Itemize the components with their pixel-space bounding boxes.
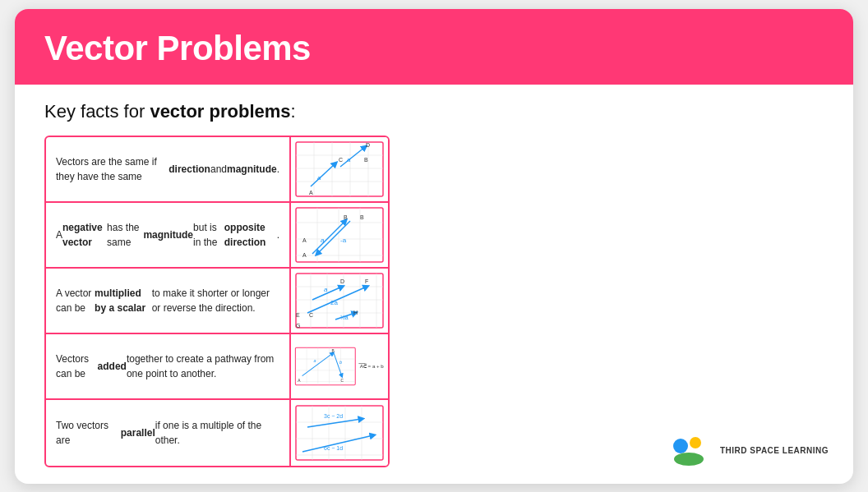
- subtitle-prefix: Key facts for: [44, 101, 150, 122]
- page-content: Key facts for vector problems: Vectors a…: [15, 85, 853, 484]
- fact-text-2: A negative vector has the same magnitude…: [46, 203, 289, 267]
- tsl-logo-icon: [671, 435, 712, 467]
- svg-text:a: a: [324, 286, 328, 293]
- svg-rect-16: [296, 208, 383, 262]
- fact-row-3: A vector can be multiplied by a scalar t…: [46, 269, 388, 334]
- svg-rect-52: [295, 347, 355, 384]
- svg-text:G: G: [296, 323, 300, 329]
- svg-text:A: A: [302, 237, 307, 243]
- svg-text:a: a: [317, 174, 321, 182]
- fact-diagram-2: a -a A A B B: [289, 203, 388, 267]
- svg-text:A: A: [309, 190, 313, 195]
- svg-text:C: C: [339, 157, 343, 163]
- addition-diagram: a b A B C AC⃗ =: [294, 338, 385, 395]
- svg-text:D: D: [340, 278, 344, 284]
- subtitle-suffix: :: [291, 101, 296, 122]
- facts-table: Vectors are the same if they have the sa…: [44, 136, 390, 467]
- subtitle-bold: vector problems: [150, 101, 290, 122]
- svg-text:H: H: [353, 310, 358, 315]
- fact-text-1: Vectors are the same if they have the sa…: [46, 137, 289, 201]
- fact-row-1: Vectors are the same if they have the sa…: [46, 137, 388, 203]
- svg-text:6c − 1d: 6c − 1d: [324, 445, 343, 451]
- svg-text:3c − 2d: 3c − 2d: [324, 413, 343, 419]
- svg-text:½a: ½a: [340, 315, 349, 320]
- svg-text:C: C: [309, 312, 313, 318]
- page-title: Vector Problems: [44, 29, 824, 68]
- fact-diagram-3: a 2a ½a C E G D F H: [289, 269, 388, 333]
- subtitle: Key facts for vector problems:: [44, 101, 824, 122]
- svg-text:B: B: [360, 214, 364, 220]
- fact-diagram-5: 3c − 2d 6c − 1d: [289, 400, 388, 466]
- same-vectors-diagram: a a A C B D: [294, 140, 385, 198]
- svg-text:a: a: [321, 237, 325, 244]
- svg-point-82: [690, 437, 701, 448]
- fact-row-2: A negative vector has the same magnitude…: [46, 203, 388, 269]
- svg-point-81: [673, 439, 688, 453]
- svg-text:B: B: [331, 348, 334, 352]
- svg-text:B: B: [364, 157, 368, 163]
- tsl-company-name: THIRD SPACE LEARNING: [720, 445, 829, 457]
- main-card: Vector Problems Key facts for vector pro…: [15, 9, 853, 484]
- svg-text:A: A: [302, 252, 307, 258]
- svg-text:B: B: [344, 214, 348, 220]
- branding: THIRD SPACE LEARNING: [671, 435, 829, 467]
- fact-diagram-1: a a A C B D: [289, 137, 388, 201]
- negative-vector-diagram: a -a A A B B: [294, 206, 385, 264]
- svg-text:2a: 2a: [330, 299, 338, 306]
- svg-text:AC⃗ = a + b: AC⃗ = a + b: [360, 363, 385, 369]
- fact-text-4: Vectors can be added together to create …: [46, 334, 289, 398]
- page-header: Vector Problems: [15, 9, 853, 85]
- svg-text:C: C: [340, 378, 344, 382]
- fact-text-3: A vector can be multiplied by a scalar t…: [46, 269, 289, 333]
- svg-point-83: [674, 453, 704, 466]
- fact-diagram-4: a b A B C AC⃗ =: [289, 334, 388, 398]
- svg-text:a: a: [313, 358, 316, 363]
- svg-text:D: D: [366, 142, 370, 148]
- scalar-diagram: a 2a ½a C E G D F H: [294, 272, 385, 329]
- svg-text:-a: -a: [340, 237, 347, 244]
- svg-text:b: b: [339, 359, 342, 364]
- fact-row-4: Vectors can be added together to create …: [46, 334, 388, 400]
- svg-text:a: a: [347, 156, 351, 163]
- parallel-diagram: 3c − 2d 6c − 1d: [294, 404, 385, 462]
- svg-text:E: E: [296, 312, 300, 318]
- fact-text-5: Two vectors are parallel if one is a mul…: [46, 400, 289, 466]
- svg-rect-0: [296, 142, 383, 196]
- fact-row-5: Two vectors are parallel if one is a mul…: [46, 400, 388, 466]
- svg-rect-31: [296, 274, 383, 328]
- svg-text:F: F: [365, 278, 368, 284]
